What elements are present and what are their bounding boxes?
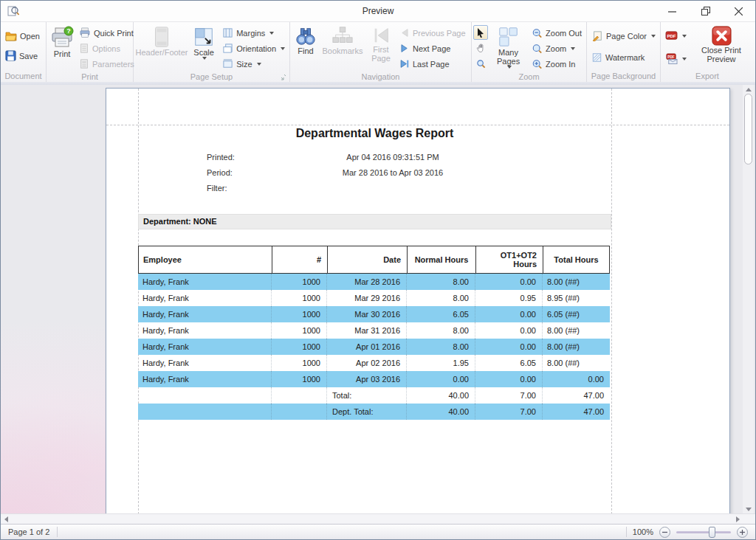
right-margin-guide	[611, 89, 612, 522]
zoom-slider-track[interactable]	[676, 531, 731, 533]
table-cell: 1000	[272, 274, 327, 290]
next-page-button[interactable]: Next Page	[396, 41, 469, 56]
scroll-left-button[interactable]	[1, 514, 12, 524]
zoom-out-button[interactable]: Zoom Out	[529, 25, 585, 41]
save-button[interactable]: Save	[2, 48, 41, 63]
size-button[interactable]: Size	[219, 56, 288, 72]
zoom-decrease-button[interactable]	[659, 527, 670, 538]
horizontal-scrollbar[interactable]	[1, 513, 755, 524]
table-cell: 8.00	[407, 322, 475, 339]
zoom-out-icon	[532, 28, 543, 38]
window-title: Preview	[1, 6, 755, 16]
scroll-left-icon	[4, 516, 8, 522]
scroll-down-button[interactable]	[743, 505, 754, 513]
find-button[interactable]: Find	[292, 24, 320, 69]
dropdown-arrow-icon	[202, 57, 207, 60]
vertical-scroll-thumb[interactable]	[744, 94, 752, 165]
page-indicator: Page 1 of 2	[1, 527, 57, 536]
column-header-normal-hours: Normal Hours	[408, 246, 476, 273]
zoom-button[interactable]: Zoom	[529, 41, 585, 56]
table-row: Hardy, Frank1000Mar 29 20168.000.958.95 …	[138, 290, 610, 306]
dept-total-row: Dept. Total: 40.00 7.00 47.00	[138, 404, 610, 420]
table-cell: Apr 01 2016	[327, 339, 407, 355]
plus-icon	[740, 530, 745, 535]
zoom-increase-button[interactable]	[737, 527, 748, 538]
title-bar: Preview	[1, 1, 755, 21]
table-cell: Hardy, Frank	[138, 274, 272, 290]
period-label: Period:	[207, 168, 233, 177]
bookmarks-button: Bookmarks	[320, 24, 365, 69]
total-total-hours: 47.00	[543, 387, 608, 404]
period-row: Period: Mar 28 2016 to Apr 03 2016	[138, 166, 611, 181]
many-pages-icon	[498, 26, 520, 48]
scroll-right-button[interactable]	[732, 514, 743, 524]
table-body: Hardy, Frank1000Mar 28 20168.000.008.00 …	[138, 274, 610, 387]
table-row: Hardy, Frank1000Mar 30 20166.050.006.05 …	[138, 306, 610, 322]
column-header-total-hours: Total Hours	[543, 246, 609, 273]
close-print-preview-button[interactable]: Close Print Preview	[693, 24, 749, 69]
dropdown-arrow-icon	[257, 63, 261, 66]
table-cell: 1000	[272, 371, 327, 387]
group-label-page-background: Page Background	[588, 71, 659, 82]
zoom-in-icon	[532, 59, 543, 69]
printed-value: Apr 04 2016 09:31:51 PM	[256, 153, 529, 162]
parameters-button: Parameters	[76, 56, 137, 72]
margins-button[interactable]: Margins	[219, 25, 288, 41]
magnifier-tool-button[interactable]	[473, 56, 488, 71]
table-row: Hardy, Frank1000Apr 01 20168.000.008.00 …	[138, 339, 610, 355]
zoom-in-button[interactable]: Zoom In	[529, 56, 585, 72]
pointer-tool-button[interactable]	[473, 25, 488, 40]
table-cell: 1000	[272, 322, 327, 339]
ribbon-group-export: PDF PDF	[661, 22, 754, 82]
svg-text:PDF: PDF	[667, 55, 674, 59]
table-cell: Apr 02 2016	[327, 355, 407, 371]
dept-total-normal-hours: 40.00	[407, 404, 475, 420]
table-cell: Mar 28 2016	[327, 274, 407, 290]
table-cell: 1000	[272, 355, 327, 371]
ribbon-group-document: Open Save Document	[1, 22, 47, 82]
table-cell: 0.95	[475, 290, 543, 306]
many-pages-button[interactable]: Many Pages	[488, 24, 529, 69]
minus-icon	[662, 530, 667, 535]
scroll-up-button[interactable]	[743, 85, 754, 94]
table-cell: 0.00	[475, 371, 543, 387]
group-label-export: Export	[662, 71, 752, 82]
table-cell: 6.05 (##)	[543, 306, 608, 322]
last-page-button[interactable]: Last Page	[396, 56, 469, 72]
printed-row: Printed: Apr 04 2016 09:31:51 PM	[138, 150, 611, 166]
orientation-button[interactable]: Orientation	[219, 41, 288, 56]
scale-icon	[193, 26, 215, 48]
quick-print-button[interactable]: Quick Print	[76, 25, 137, 41]
scale-button[interactable]: Scale	[188, 24, 219, 69]
pdf-file-icon: PDF	[665, 31, 678, 41]
table-cell: 8.00 (##)	[543, 355, 608, 371]
watermark-button[interactable]: Watermark	[588, 49, 647, 65]
margins-icon	[222, 27, 233, 38]
orientation-icon	[222, 43, 233, 54]
table-header-row: Employee # Date Normal Hours OT1+OT2 Hou…	[138, 246, 610, 274]
watermark-icon	[591, 52, 602, 63]
first-page-icon	[371, 26, 391, 45]
export-pdf-button[interactable]: PDF	[662, 28, 693, 44]
options-icon	[79, 43, 89, 54]
table-cell: Hardy, Frank	[138, 339, 272, 355]
print-button[interactable]: ? Print	[48, 24, 76, 69]
page-color-button[interactable]: Page Color	[588, 28, 659, 44]
dropdown-arrow-icon	[682, 58, 687, 60]
page-setup-dialog-launcher[interactable]	[280, 73, 287, 80]
table-cell: 1000	[272, 306, 327, 322]
ribbon-group-navigation: Find Bookmarks	[290, 22, 472, 82]
table-cell: Hardy, Frank	[138, 322, 272, 339]
table-row: Hardy, Frank1000Apr 03 20160.000.000.00	[138, 371, 610, 387]
table-cell: 0.00	[475, 339, 543, 355]
email-pdf-button[interactable]: PDF	[662, 51, 693, 66]
hand-tool-button[interactable]	[473, 41, 488, 55]
hand-tool-icon	[476, 43, 486, 53]
open-button[interactable]: Open	[2, 28, 43, 44]
report-title: Departmental Wages Report	[138, 127, 611, 140]
quick-print-icon	[79, 27, 91, 38]
zoom-slider-thumb[interactable]	[709, 527, 715, 538]
total-ot-hours: 7.00	[475, 387, 543, 404]
vertical-scrollbar[interactable]	[743, 85, 754, 513]
printed-label: Printed:	[207, 153, 235, 162]
